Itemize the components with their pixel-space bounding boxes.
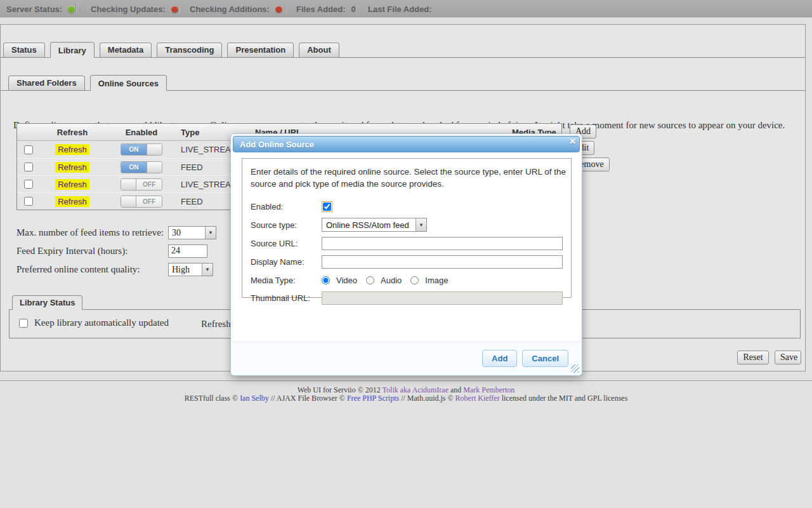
enabled-toggle[interactable]: OFF — [121, 178, 162, 190]
row-select-checkbox[interactable] — [24, 163, 33, 171]
refresh-link[interactable]: Refresh — [55, 179, 89, 190]
checking-updates-red-dot-icon — [171, 6, 178, 13]
row-select-checkbox[interactable] — [24, 145, 33, 154]
media-image-label: Image — [425, 276, 448, 285]
enabled-checkbox[interactable] — [323, 203, 331, 211]
footer-text: licensed under the MIT and GPL licenses — [500, 394, 628, 403]
save-button[interactable]: Save — [775, 351, 801, 364]
enabled-toggle[interactable]: ON — [121, 144, 162, 156]
footer-text: and — [449, 385, 463, 394]
close-icon[interactable]: ✕ — [569, 137, 576, 146]
tab-about[interactable]: About — [299, 43, 339, 57]
subtab-online-sources[interactable]: Online Sources — [90, 75, 167, 91]
refresh-link[interactable]: Refresh — [55, 144, 89, 155]
footer-text: RESTfull class © — [185, 394, 240, 403]
checking-additions-red-dot-icon — [275, 6, 282, 13]
feed-items-setting: Max. number of feed items to retrieve: 3… — [16, 225, 216, 239]
header-refresh: Refresh — [40, 128, 105, 137]
auto-update-checkbox[interactable] — [19, 319, 28, 328]
subtab-shared-folders[interactable]: Shared Folders — [8, 76, 85, 90]
resize-grip[interactable] — [571, 364, 579, 373]
source-type-value: Online RSS/Atom feed — [322, 218, 416, 231]
dialog-form-box: Enter details of the required online sou… — [242, 158, 572, 298]
footer-text: // AJAX File Browser © — [269, 394, 347, 403]
media-video-label: Video — [336, 276, 357, 285]
files-added-item: Files Added: 0 — [296, 0, 356, 18]
feed-expiry-input[interactable] — [168, 244, 207, 258]
media-audio-label: Audio — [381, 276, 402, 285]
thumbnail-label: Thumbnail URL: — [251, 293, 322, 303]
dialog-footer: Add Cancel — [232, 342, 581, 375]
quality-select[interactable]: High ▼ — [168, 263, 213, 276]
feed-expiry-label: Feed Expiry Interval (hours): — [16, 246, 168, 257]
row-select-checkbox[interactable] — [24, 197, 33, 206]
tab-status[interactable]: Status — [3, 43, 45, 57]
footer-line-2: RESTfull class © Ian Selby // AJAX File … — [0, 394, 812, 403]
media-video-radio[interactable] — [322, 276, 330, 284]
page-footer: Web UI for Serviio © 2012 Tolik aka Acid… — [0, 386, 812, 403]
feed-items-select[interactable]: 30 ▼ — [168, 226, 216, 239]
tab-library[interactable]: Library — [50, 42, 95, 58]
dialog-help-text: Enter details of the required online sou… — [251, 166, 568, 190]
footer-link-tolik[interactable]: Tolik aka AcidumIrae — [383, 385, 449, 394]
footer-link-ian-selby[interactable]: Ian Selby — [240, 394, 269, 403]
chevron-down-icon[interactable]: ▼ — [202, 264, 213, 276]
footer-text: Web UI for Serviio © 2012 — [298, 385, 383, 394]
dialog-cancel-button[interactable]: Cancel — [522, 350, 568, 367]
footer-link-free-php-scripts[interactable]: Free PHP Scripts — [347, 394, 399, 403]
media-audio-radio[interactable] — [366, 276, 374, 284]
chevron-down-icon[interactable]: ▼ — [205, 227, 216, 239]
source-url-label: Source URL: — [251, 239, 322, 248]
checking-updates-label: Checking Updates: — [91, 4, 166, 14]
checking-updates-item: Checking Updates: — [91, 0, 178, 18]
toggle-knob — [147, 144, 162, 155]
header-enabled: Enabled — [105, 128, 178, 137]
dialog-titlebar: Add Online Source — [233, 136, 580, 152]
last-file-added-item: Last File Added: — [368, 0, 438, 18]
main-tabstrip: Status Library Metadata Transcoding Pres… — [1, 42, 805, 58]
library-refresh-label: Refresh — [201, 319, 231, 330]
dialog-add-button[interactable]: Add — [482, 350, 517, 367]
thumbnail-row: Thumbnail URL: — [251, 291, 563, 305]
refresh-link[interactable]: Refresh — [55, 196, 89, 207]
display-name-input[interactable] — [322, 255, 563, 269]
dialog-title: Add Online Source — [233, 140, 314, 149]
display-name-label: Display Name: — [251, 257, 322, 267]
toggle-knob — [147, 162, 162, 173]
footer-divider — [0, 380, 812, 381]
source-type-label: Source type: — [251, 220, 322, 230]
source-url-row: Source URL: — [251, 237, 563, 250]
statusbar-divider — [75, 4, 77, 14]
source-url-input[interactable] — [322, 237, 563, 250]
source-type-select[interactable]: Online RSS/Atom feed ▼ — [322, 218, 427, 232]
row-select-checkbox[interactable] — [24, 180, 33, 189]
source-type-row: Source type: Online RSS/Atom feed ▼ — [251, 218, 563, 232]
checking-additions-label: Checking Additions: — [190, 4, 270, 14]
statusbar-divider — [285, 4, 286, 14]
toggle-knob — [121, 196, 136, 207]
quality-label: Preferred online content quality: — [16, 264, 168, 275]
enabled-toggle[interactable]: OFF — [121, 196, 162, 208]
statusbar-divider — [355, 4, 357, 14]
library-subtabstrip: Shared Folders Online Sources — [1, 75, 805, 91]
feed-items-label: Max. number of feed items to retrieve: — [16, 227, 168, 238]
footer-link-robert-kieffer[interactable]: Robert Kieffer — [455, 394, 500, 403]
tab-presentation[interactable]: Presentation — [227, 43, 294, 57]
server-status-item: Server Status: — [6, 0, 75, 18]
feed-expiry-setting: Feed Expiry Interval (hours): — [16, 244, 207, 258]
enabled-toggle[interactable]: ON — [121, 161, 162, 173]
refresh-link[interactable]: Refresh — [55, 162, 89, 173]
media-image-radio[interactable] — [410, 276, 419, 284]
display-name-row: Display Name: — [251, 255, 563, 269]
tab-transcoding[interactable]: Transcoding — [157, 43, 222, 57]
toggle-knob — [121, 179, 136, 190]
footer-link-mark-pemberton[interactable]: Mark Pemberton — [463, 385, 514, 394]
chevron-down-icon[interactable]: ▼ — [416, 218, 426, 231]
quality-value: High — [169, 264, 202, 276]
last-file-added-label: Last File Added: — [368, 4, 432, 14]
tab-metadata[interactable]: Metadata — [100, 43, 152, 57]
statusbar-divider — [178, 4, 180, 14]
add-online-source-dialog: Add Online Source ✕ Enter details of the… — [230, 133, 582, 376]
enabled-label: Enabled: — [251, 202, 322, 211]
reset-button[interactable]: Reset — [737, 351, 769, 364]
